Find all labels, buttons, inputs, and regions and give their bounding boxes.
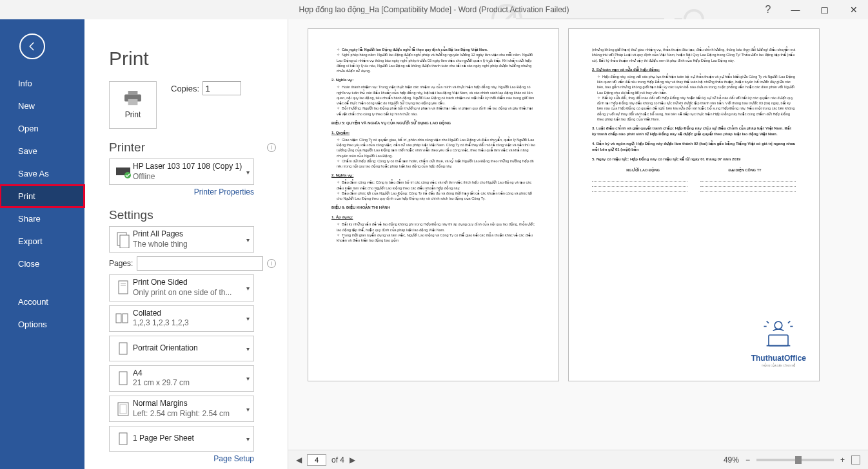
page-setup-link[interactable]: Page Setup [109, 454, 254, 463]
printer-icon [123, 91, 143, 106]
chevron-down-icon: ▾ [246, 405, 250, 412]
pages-label: Pages: [109, 259, 133, 268]
nav-export[interactable]: Export [0, 230, 84, 253]
printer-properties-link[interactable]: Printer Properties [109, 187, 254, 196]
prev-page-button[interactable]: ◀ [296, 455, 302, 464]
portrait-icon [113, 339, 133, 358]
svg-rect-20 [769, 335, 788, 346]
nav-options[interactable]: Options [0, 313, 84, 336]
chevron-down-icon: ▾ [246, 436, 250, 443]
svg-rect-2 [128, 91, 138, 95]
svg-rect-13 [123, 314, 128, 323]
zoom-label: 49% [724, 455, 739, 464]
sides-dropdown[interactable]: Print One SidedOnly print on one side of… [109, 274, 254, 301]
chevron-down-icon: ▾ [246, 375, 250, 382]
print-panel: Print Print Copies: Printeri HP Laser 10… [84, 19, 288, 469]
nav-close[interactable]: Close [0, 253, 84, 275]
zoom-out-button[interactable]: − [745, 455, 750, 464]
svg-rect-15 [119, 372, 127, 385]
printer-status-icon [113, 162, 133, 182]
preview-page-1: Các ngày lễ: Người lao Động được nghỉ lễ… [308, 28, 559, 381]
back-button[interactable] [19, 34, 45, 59]
nav-print[interactable]: Print [0, 185, 84, 207]
nav-save[interactable]: Save [0, 140, 84, 162]
watermark-logo: ThuthuatOffice THỦ BỊ CỦA DÂN CÔNG SỞ [751, 319, 806, 368]
per-sheet-icon [113, 429, 133, 448]
collated-icon [113, 309, 133, 328]
nav-info[interactable]: Info [0, 72, 84, 95]
paper-icon [113, 368, 133, 388]
svg-rect-17 [120, 405, 126, 414]
next-page-button[interactable]: ▶ [350, 455, 355, 464]
pages-info-icon[interactable]: i [267, 259, 276, 268]
nav-open[interactable]: Open [0, 117, 84, 140]
settings-section-label: Settings [109, 208, 153, 222]
nav-new[interactable]: New [0, 95, 84, 117]
svg-rect-14 [119, 343, 127, 354]
svg-rect-18 [119, 433, 127, 445]
preview-footer: ◀ of 4 ▶ 49% − + [288, 450, 868, 469]
chevron-down-icon: ▾ [246, 315, 250, 322]
chevron-down-icon: ▾ [246, 345, 250, 352]
print-range-dropdown[interactable]: Print All PagesThe whole thing ▾ [109, 226, 254, 253]
svg-rect-9 [119, 281, 128, 294]
orientation-dropdown[interactable]: Portrait Orientation ▾ [109, 336, 254, 361]
pages-input[interactable] [137, 256, 263, 271]
svg-point-19 [774, 321, 782, 329]
paper-size-dropdown[interactable]: A421 cm x 29.7 cm ▾ [109, 365, 254, 392]
zoom-slider[interactable] [756, 459, 834, 461]
copies-input[interactable] [202, 81, 241, 95]
margins-icon [113, 399, 133, 419]
pages-icon [113, 230, 133, 249]
preview-page-2: (nhưng không giới hạn) thư giao nhiệm vụ… [568, 28, 820, 381]
one-sided-icon [113, 278, 133, 298]
nav-account[interactable]: Account [0, 291, 84, 313]
title-bar: Hợp đồng lao động_Ha [Compatibility Mode… [0, 0, 868, 19]
window-title: Hợp đồng lao động_Ha [Compatibility Mode… [299, 5, 569, 14]
chevron-down-icon: ▾ [246, 168, 250, 175]
minimize-button[interactable]: — [781, 0, 810, 19]
printer-section-label: Printer [109, 140, 145, 155]
nav-save-as[interactable]: Save As [0, 162, 84, 185]
chevron-down-icon: ▾ [246, 236, 250, 243]
printer-dropdown[interactable]: HP Laser 103 107 108 (Copy 1)Offline ▾ [109, 158, 254, 185]
close-button[interactable]: ✕ [839, 0, 868, 19]
svg-rect-12 [116, 314, 121, 323]
help-button[interactable]: ? [758, 4, 778, 15]
backstage-nav: Info New Open Save Save As Print Share E… [0, 19, 84, 469]
nav-share[interactable]: Share [0, 207, 84, 230]
svg-rect-8 [120, 235, 129, 248]
print-button[interactable]: Print [109, 81, 157, 129]
print-preview: Các ngày lễ: Người lao Động được nghỉ lễ… [288, 19, 868, 469]
zoom-in-button[interactable]: + [840, 455, 845, 464]
collate-dropdown[interactable]: Collated1,2,3 1,2,3 1,2,3 ▾ [109, 305, 254, 332]
pages-per-sheet-dropdown[interactable]: 1 Page Per Sheet ▾ [109, 426, 254, 452]
person-laptop-icon [756, 319, 801, 351]
chevron-down-icon: ▾ [246, 284, 250, 291]
margins-dropdown[interactable]: Normal MarginsLeft: 2.54 cm Right: 2.54 … [109, 396, 254, 422]
copies-label: Copies: [171, 84, 199, 93]
page-title: Print [109, 48, 276, 70]
svg-rect-4 [128, 99, 138, 105]
fit-to-window-button[interactable] [851, 455, 860, 464]
maximize-button[interactable]: ▢ [810, 0, 839, 19]
printer-info-icon[interactable]: i [267, 143, 276, 152]
page-total-label: of 4 [331, 455, 344, 464]
current-page-input[interactable] [307, 454, 326, 466]
